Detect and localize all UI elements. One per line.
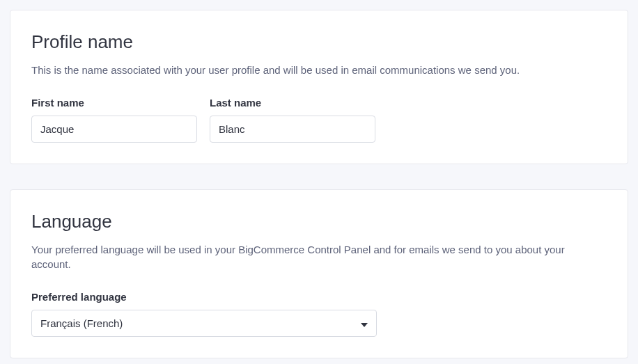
chevron-down-icon	[361, 317, 368, 329]
profile-name-title: Profile name	[31, 31, 607, 53]
first-name-label: First name	[31, 97, 197, 109]
profile-name-description: This is the name associated with your us…	[31, 63, 607, 77]
language-description: Your preferred language will be used in …	[31, 242, 607, 271]
preferred-language-select[interactable]: Français (French)	[31, 310, 377, 337]
language-panel: Language Your preferred language will be…	[10, 189, 628, 358]
first-name-input[interactable]	[31, 116, 197, 143]
last-name-input[interactable]	[210, 116, 375, 143]
preferred-language-group: Preferred language Français (French)	[31, 291, 607, 337]
profile-name-panel: Profile name This is the name associated…	[10, 10, 628, 164]
last-name-group: Last name	[210, 97, 375, 143]
preferred-language-label: Preferred language	[31, 291, 607, 303]
last-name-label: Last name	[210, 97, 375, 109]
first-name-group: First name	[31, 97, 197, 143]
preferred-language-value: Français (French)	[40, 317, 123, 329]
language-title: Language	[31, 211, 607, 232]
preferred-language-select-wrapper: Français (French)	[31, 310, 377, 337]
name-fields-row: First name Last name	[31, 97, 607, 143]
